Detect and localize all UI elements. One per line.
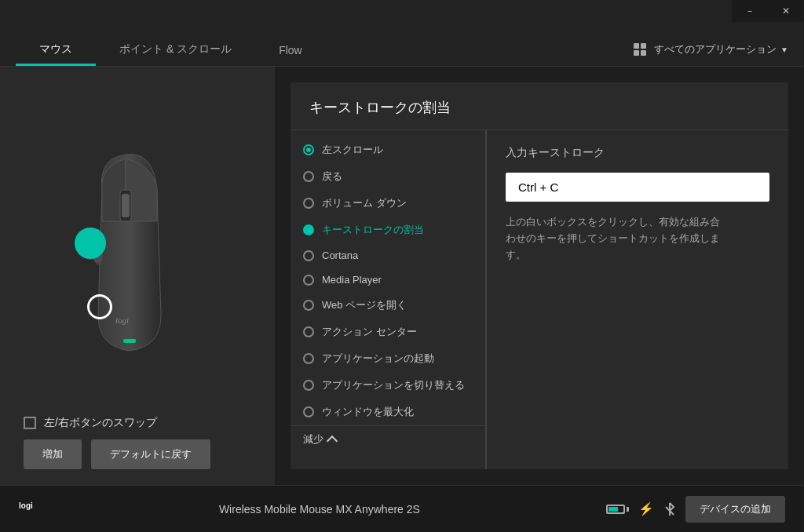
radio-web-open [303, 300, 314, 311]
tab-point-scroll[interactable]: ポイント & スクロール [96, 33, 255, 66]
chevron-up-icon [327, 435, 338, 446]
list-item-label-media-player: Media Player [322, 274, 382, 286]
list-item-app-launch[interactable]: アプリケーションの起動 [291, 345, 485, 372]
radio-volume-down [303, 198, 314, 209]
keystroke-box[interactable]: Ctrl + C [506, 173, 769, 202]
right-panel: キーストロークの割当 左スクロール戻るボリューム ダウンキーストロークの割当Co… [275, 67, 804, 485]
detail-column: 入力キーストローク Ctrl + C 上の白いボックスをクリックし、有効な組み合… [487, 130, 788, 469]
bluetooth-icon: ⚡ [638, 501, 654, 516]
minimize-button[interactable]: － [732, 0, 768, 22]
list-item-label-web-open: Web ページを開く [322, 298, 407, 312]
radio-keystroke [303, 224, 314, 235]
list-item-label-app-switch: アプリケーションを切り替える [322, 378, 465, 392]
radio-app-launch [303, 353, 314, 364]
list-item-label-keystroke: キーストロークの割当 [322, 223, 424, 237]
keystroke-button-indicator[interactable] [87, 294, 112, 319]
battery-body [606, 505, 625, 514]
increase-button[interactable]: 増加 [24, 439, 82, 469]
logi-logo: logi [19, 499, 33, 519]
chevron-down-icon: ▼ [780, 46, 788, 54]
radio-cortana [303, 250, 314, 261]
list-item-action-center[interactable]: アクション センター [291, 319, 485, 345]
list-item-back[interactable]: 戻る [291, 163, 485, 190]
swap-label: 左/右ボタンのスワップ [44, 416, 157, 430]
svg-rect-1 [122, 194, 130, 217]
list-item-cortana[interactable]: Cortana [291, 243, 485, 268]
list-item-left-scroll[interactable]: 左スクロール [291, 137, 485, 163]
radio-back [303, 171, 314, 182]
list-item-media-player[interactable]: Media Player [291, 268, 485, 292]
device-name: Wireless Mobile Mouse MX Anywhere 2S [46, 503, 594, 516]
bluetooth-symbol [663, 501, 676, 517]
list-item-label-back: 戻る [322, 169, 342, 184]
list-item-label-left-scroll: 左スクロール [322, 143, 383, 157]
radio-window-max [303, 406, 314, 417]
mouse-image: logi [59, 143, 216, 394]
battery-fill [608, 507, 618, 512]
swap-checkbox[interactable] [24, 417, 36, 429]
svg-text:logi: logi [115, 315, 129, 325]
battery-icon [606, 505, 629, 514]
list-item-web-open[interactable]: Web ページを開く [291, 292, 485, 319]
tab-mouse[interactable]: マウス [16, 33, 96, 66]
radio-action-center [303, 326, 314, 337]
radio-app-switch [303, 380, 314, 391]
dialog: キーストロークの割当 左スクロール戻るボリューム ダウンキーストロークの割当Co… [291, 82, 788, 469]
svg-rect-3 [123, 339, 136, 343]
titlebar: － ✕ [732, 0, 804, 22]
footer-right: ⚡ デバイスの追加 [606, 496, 785, 523]
list-item-label-action-center: アクション センター [322, 325, 417, 339]
input-label: 入力キーストローク [506, 146, 769, 160]
header: マウス ポイント & スクロール Flow すべてのアプリケーション ▼ [0, 0, 804, 67]
dialog-body: 左スクロール戻るボリューム ダウンキーストロークの割当CortanaMedia … [291, 130, 788, 469]
left-panel: logi 左/右ボタンのスワップ 増加 デフォルトに戻す [0, 67, 275, 485]
battery-tip [627, 507, 629, 512]
close-button[interactable]: ✕ [768, 0, 804, 22]
list-item-label-volume-down: ボリューム ダウン [322, 196, 407, 210]
left-scroll-button-indicator[interactable] [75, 228, 106, 259]
radio-media-player [303, 275, 314, 286]
list-item-app-switch[interactable]: アプリケーションを切り替える [291, 372, 485, 399]
list-item-label-cortana: Cortana [322, 250, 358, 261]
detail-hint: 上の白いボックスをクリックし、有効な組み合わせのキーを押してショートカットを作成… [506, 214, 725, 263]
radio-left-scroll [303, 144, 314, 155]
add-device-button[interactable]: デバイスの追加 [685, 496, 785, 523]
tab-flow[interactable]: Flow [255, 35, 326, 66]
grid-icon[interactable] [634, 43, 646, 56]
list-column: 左スクロール戻るボリューム ダウンキーストロークの割当CortanaMedia … [291, 130, 487, 469]
list-item-volume-down[interactable]: ボリューム ダウン [291, 190, 485, 217]
list-footer[interactable]: 減少 [291, 425, 485, 453]
dialog-title: キーストロークの割当 [291, 82, 788, 130]
reduce-label: 減少 [303, 432, 323, 446]
list-item-window-max[interactable]: ウィンドウを最大化 [291, 399, 485, 425]
list-item-keystroke[interactable]: キーストロークの割当 [291, 217, 485, 243]
button-row: 増加 デフォルトに戻す [16, 439, 259, 469]
list-item-label-window-max: ウィンドウを最大化 [322, 405, 414, 419]
default-button[interactable]: デフォルトに戻す [91, 439, 210, 469]
list-item-label-app-launch: アプリケーションの起動 [322, 352, 434, 366]
bottom-controls: 左/右ボタンのスワップ 増加 デフォルトに戻す [0, 416, 275, 469]
header-right: すべてのアプリケーション ▼ [634, 42, 788, 66]
swap-row: 左/右ボタンのスワップ [16, 416, 259, 430]
tab-bar: マウス ポイント & スクロール Flow [16, 0, 634, 66]
footer: logi Wireless Mobile Mouse MX Anywhere 2… [0, 485, 804, 532]
main-content: logi 左/右ボタンのスワップ 増加 デフォルトに戻す [0, 67, 804, 485]
app-selector[interactable]: すべてのアプリケーション ▼ [654, 42, 788, 56]
